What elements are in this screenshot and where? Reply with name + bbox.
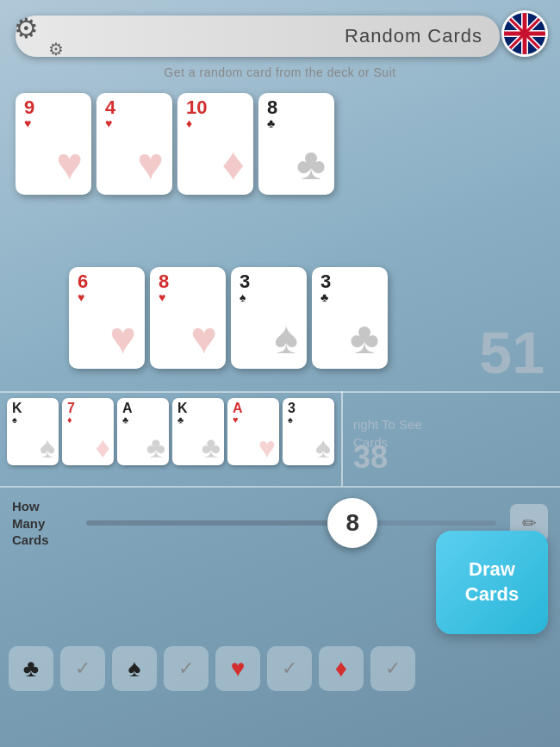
- card-ah: A ♥ ♥: [227, 398, 279, 465]
- slider-fill: [86, 520, 352, 526]
- card-suit: ♠: [288, 415, 293, 425]
- gear-icon-container: ⚙ ⚙: [7, 9, 67, 65]
- card-10d: 10 ♦ ♦: [177, 93, 253, 195]
- card-suit-top: ♣: [320, 291, 328, 303]
- card-suit: ♣: [122, 415, 128, 425]
- card-row-3-inner: K ♠ ♠ 7 ♦ ♦ A ♣ ♣ K ♣ ♣ A ♥ ♥ 3: [0, 398, 334, 465]
- card-value: 3: [320, 272, 331, 291]
- card-suit: ♠: [12, 415, 17, 425]
- card-value: A: [122, 402, 133, 415]
- draw-cards-line1: Draw: [469, 557, 515, 582]
- card-suit-center: ♥: [137, 141, 164, 186]
- h-line-top: [0, 391, 560, 393]
- suit-spades-button[interactable]: ♠: [112, 646, 157, 691]
- subtitle: Get a random card from the deck or Suit: [0, 65, 560, 79]
- card-suit-center: ♥: [190, 315, 217, 360]
- card-6h: 6 ♥ ♥: [69, 267, 145, 369]
- card-value: 10: [186, 98, 207, 117]
- card-value: K: [177, 402, 188, 415]
- draw-cards-line2: Cards: [465, 582, 519, 607]
- suit-diamonds-check[interactable]: ✓: [370, 646, 415, 691]
- suit-hearts-check[interactable]: ✓: [267, 646, 312, 691]
- card-row-1: 9 ♥ ♥ 4 ♥ ♥ 10 ♦ ♦ 8 ♣ ♣: [16, 93, 334, 195]
- card-suit-center: ♠: [40, 433, 55, 462]
- slider-thumb[interactable]: 8: [327, 498, 377, 548]
- card-value: 9: [24, 98, 34, 117]
- card-value: 6: [78, 272, 88, 291]
- card-suit-center: ♠: [315, 433, 331, 462]
- card-suit-top: ♥: [24, 117, 31, 129]
- card-suit-center: ♣: [296, 141, 326, 186]
- divider-line: [341, 391, 343, 486]
- settings-bar[interactable]: ⚙ ⚙ Random Cards: [16, 16, 500, 57]
- card-kc: K ♣ ♣: [172, 398, 224, 465]
- card-value: 8: [267, 98, 277, 117]
- how-many-label: How Many Cards: [12, 498, 72, 549]
- card-suit-center: ♣: [146, 433, 165, 462]
- card-suit-center: ♣: [202, 433, 221, 462]
- card-3c: 3 ♣ ♣: [312, 267, 388, 369]
- gear-small-icon: ⚙: [48, 39, 64, 59]
- suit-hearts-button[interactable]: ♥: [215, 646, 260, 691]
- card-ac: A ♣ ♣: [117, 398, 169, 465]
- card-suit-top: ♥: [105, 117, 112, 129]
- slider-track[interactable]: 8: [86, 520, 496, 526]
- slider-value: 8: [346, 509, 360, 537]
- card-row-3: K ♠ ♠ 7 ♦ ♦ A ♣ ♣ K ♣ ♣ A ♥ ♥ 3: [0, 398, 560, 465]
- gear-main-icon: ⚙: [14, 12, 39, 45]
- card-value: A: [233, 402, 243, 415]
- card-suit: ♣: [177, 415, 184, 425]
- card-suit-center: ♠: [274, 315, 298, 360]
- card-value: 3: [288, 402, 296, 415]
- card-ks: K ♠ ♠: [7, 398, 59, 465]
- card-value: 7: [67, 402, 75, 415]
- card-value: K: [12, 402, 22, 415]
- card-suit-center: ♥: [258, 433, 276, 462]
- draw-cards-button[interactable]: Draw Cards: [436, 531, 548, 634]
- card-suit-center: ♣: [350, 315, 379, 360]
- card-suit-top: ♥: [159, 291, 165, 303]
- card-suit: ♥: [233, 415, 239, 425]
- card-suit-center: ♥: [109, 315, 136, 360]
- counter-51: 51: [479, 319, 544, 386]
- card-8c: 8 ♣ ♣: [258, 93, 334, 195]
- card-value: 3: [240, 272, 250, 291]
- counter-38: 38: [353, 439, 388, 476]
- card-suit-top: ♥: [78, 291, 84, 303]
- card-value: 4: [105, 98, 115, 117]
- card-9h: 9 ♥ ♥: [16, 93, 91, 195]
- card-4h: 4 ♥ ♥: [96, 93, 172, 195]
- suit-diamonds-button[interactable]: ♦: [319, 646, 364, 691]
- card-row-2: 6 ♥ ♥ 8 ♥ ♥ 3 ♠ ♠ 3 ♣ ♣: [69, 267, 388, 369]
- card-suit-top: ♠: [240, 291, 246, 303]
- h-line-bottom: [0, 486, 560, 488]
- card-suit: ♦: [67, 415, 72, 425]
- card-suit-top: ♦: [186, 117, 192, 129]
- card-suit-top: ♣: [267, 117, 275, 129]
- uk-flag[interactable]: [501, 10, 548, 57]
- suit-clubs-check[interactable]: ✓: [60, 646, 105, 691]
- card-3s: 3 ♠ ♠: [231, 267, 307, 369]
- suit-spades-check[interactable]: ✓: [164, 646, 208, 691]
- card-3s2: 3 ♠ ♠: [283, 398, 334, 465]
- card-value: 8: [159, 272, 169, 291]
- card-8h: 8 ♥ ♥: [150, 267, 226, 369]
- card-suit-center: ♥: [56, 141, 83, 186]
- card-suit-center: ♦: [221, 141, 245, 186]
- settings-title: Random Cards: [345, 25, 482, 47]
- card-suit-center: ♦: [96, 433, 110, 462]
- suit-filter-row: ♣ ✓ ♠ ✓ ♥ ✓ ♦ ✓: [9, 646, 415, 691]
- card-7d: 7 ♦ ♦: [62, 398, 114, 465]
- suit-clubs-button[interactable]: ♣: [9, 646, 53, 691]
